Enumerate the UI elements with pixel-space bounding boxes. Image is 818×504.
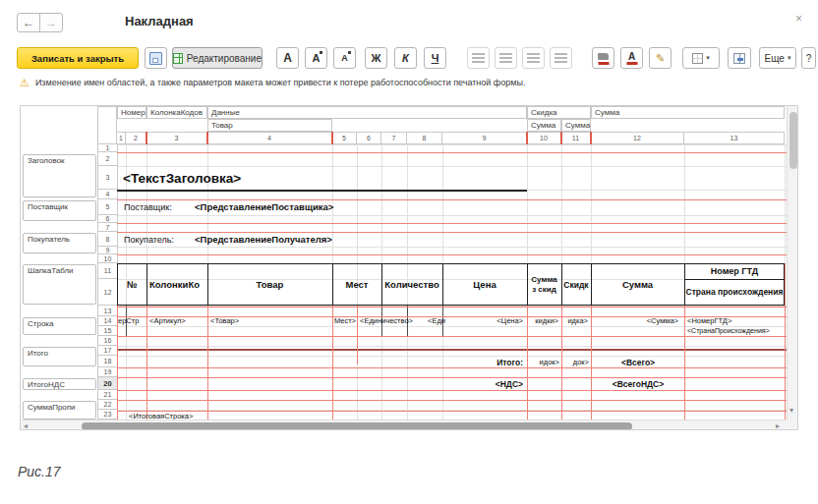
column-number-cell[interactable]: 11 (560, 132, 591, 144)
cell-total-sum[interactable]: <Всего> (592, 357, 684, 368)
header-cell-num[interactable]: № (117, 263, 146, 306)
horizontal-scrollbar[interactable]: ◂ ▸ (21, 420, 787, 430)
cell-unit[interactable]: <Единичество> (360, 316, 421, 326)
cell-places[interactable]: Мест> (332, 316, 356, 326)
scroll-left-icon[interactable]: ◂ (24, 421, 28, 430)
area-name-box[interactable]: Заголовок (23, 154, 96, 197)
editing-mode-button[interactable]: Редактирование (172, 47, 263, 69)
column-number-cell[interactable]: 4 (206, 132, 332, 144)
header-cell-codes[interactable]: КолонкиКо (146, 263, 207, 306)
area-name-box[interactable]: Итого (23, 347, 96, 366)
vertical-scrollbar[interactable]: ▾ (787, 106, 798, 420)
column-subgroup-header[interactable]: Сумма (561, 119, 591, 132)
align-justify-button[interactable] (550, 47, 572, 69)
cell-price[interactable]: <Цена> (444, 316, 523, 326)
cell-supplier-value[interactable]: <ПредставлениеПоставщика> (195, 200, 431, 214)
header-cell-product[interactable]: Товар (207, 263, 332, 306)
cell-discount[interactable]: идка> (562, 316, 588, 326)
vertical-scrollbar-thumb[interactable] (789, 112, 797, 169)
scroll-down-icon[interactable]: ▾ (789, 406, 793, 415)
column-group-header[interactable]: Сумма (591, 106, 785, 119)
header-cell-price[interactable]: Цена (442, 263, 527, 306)
cell-product[interactable]: <Товар> (210, 316, 328, 326)
row-number-cell[interactable]: 2 (97, 151, 118, 166)
row-number-cell[interactable]: 3 (97, 165, 118, 190)
border-pencil-button[interactable]: ✎ (649, 47, 672, 69)
column-group-header[interactable]: КолонкаКодов (146, 106, 207, 119)
header-cell-qty[interactable]: Количество (381, 263, 442, 306)
align-right-button[interactable] (522, 47, 545, 69)
align-center-button[interactable] (495, 47, 517, 69)
row-number-cell[interactable]: 11 (97, 262, 118, 279)
horizontal-scrollbar-thumb[interactable] (82, 422, 632, 430)
italic-button[interactable]: К (394, 47, 417, 69)
column-group-header[interactable]: Данные (207, 106, 527, 119)
font-button[interactable]: А (276, 47, 299, 69)
header-cell-sum-no-disc[interactable]: Сумма з скид (527, 263, 561, 306)
cell-total-no-disc[interactable]: идок> (529, 357, 559, 368)
text-color-button[interactable]: А (620, 47, 643, 69)
column-number-cell[interactable]: 3 (146, 132, 207, 144)
cell-buyer-label[interactable]: Покупатель: (124, 233, 193, 247)
borders-dropdown-button[interactable]: ▾ (682, 47, 720, 69)
header-cell-sum[interactable]: Сумма (591, 263, 684, 306)
scroll-right-icon[interactable]: ▸ (776, 421, 780, 430)
warning-text: Изменение имен областей, а также парамет… (35, 77, 526, 89)
cell-total-disc[interactable]: док> (563, 357, 589, 368)
cell-buyer-value[interactable]: <ПредставлениеПолучателя> (195, 233, 431, 247)
cell-sum-no-disc[interactable]: кидки> (528, 316, 558, 326)
row-number-cell[interactable]: 5 (97, 198, 118, 215)
font-decrease-button[interactable]: А (333, 47, 356, 69)
row-number-cell[interactable]: 8 (97, 231, 118, 247)
column-number-cell[interactable]: 13 (683, 132, 785, 144)
column-number-cell[interactable]: 2 (125, 132, 146, 144)
row-number-cell[interactable]: 20 (97, 376, 118, 390)
cell-article[interactable]: <Артикул> (149, 316, 206, 326)
cell-sum[interactable]: <Сумма> (592, 316, 678, 326)
underline-button[interactable]: Ч (424, 47, 446, 69)
more-button[interactable]: Еще ▾ (759, 47, 796, 69)
area-name-box[interactable]: Поставщик (23, 200, 96, 221)
area-name-box[interactable]: ИтогоНДС (23, 378, 96, 390)
cell-vat[interactable]: <НДС> (444, 378, 523, 390)
area-name-box[interactable]: Покупатель (23, 233, 96, 253)
row-number-cell[interactable]: 12 (97, 278, 118, 306)
column-number-cell[interactable]: 12 (590, 132, 684, 144)
fill-color-button[interactable] (592, 47, 614, 69)
merge-cells-button[interactable] (728, 47, 751, 69)
close-icon[interactable]: × (795, 12, 802, 26)
area-name-box[interactable]: СуммаПропи (23, 401, 96, 420)
align-left-button[interactable] (467, 47, 490, 69)
cell-country[interactable]: <СтранаПроисхождения> (687, 326, 785, 336)
area-name-box[interactable]: Строка (23, 317, 96, 335)
cell-gtd[interactable]: <НомерГТД> (687, 316, 783, 326)
cell-supplier-label[interactable]: Поставщик: (124, 200, 193, 214)
help-button[interactable]: ? (801, 47, 816, 69)
bold-button[interactable]: Ж (365, 47, 387, 69)
column-subgroup-header[interactable]: Сумма (527, 119, 561, 132)
header-cell-places[interactable]: Мест (332, 263, 381, 306)
save-button[interactable] (145, 47, 167, 69)
header-cell-country[interactable]: Страна происхождения (684, 279, 785, 306)
area-name-box[interactable]: ШапкаТабли (23, 264, 96, 305)
header-cell-gtd[interactable]: Номер ГТД (684, 263, 785, 279)
column-group-header[interactable]: НомерС (117, 106, 146, 119)
forward-button[interactable]: → (39, 13, 63, 32)
cell-total-label[interactable]: Итого: (444, 357, 523, 368)
cell-vat-total[interactable]: <ВсегоНДС> (592, 378, 684, 390)
column-number-cell[interactable]: 9 (441, 132, 527, 144)
column-number-cell[interactable]: 7 (380, 132, 407, 144)
column-subgroup-header[interactable]: Товар (207, 119, 332, 132)
column-number-cell[interactable]: 8 (406, 132, 442, 144)
save-and-close-button[interactable]: Записать и закрыть (17, 47, 139, 69)
back-button[interactable]: ← (17, 13, 40, 32)
column-group-header[interactable]: Скидка (527, 106, 591, 119)
header-cell-discount[interactable]: Скидк (561, 263, 591, 306)
font-increase-button[interactable]: А (305, 47, 327, 69)
row-number-cell[interactable]: 23 (97, 409, 118, 420)
column-number-cell[interactable]: 5 (331, 132, 357, 144)
column-number-cell[interactable]: 10 (526, 132, 561, 144)
column-number-cell[interactable]: 6 (356, 132, 381, 144)
cell-title-text[interactable]: <ТекстЗаголовка> (123, 168, 379, 190)
cell-line-num[interactable]: ерСтр (118, 316, 146, 326)
